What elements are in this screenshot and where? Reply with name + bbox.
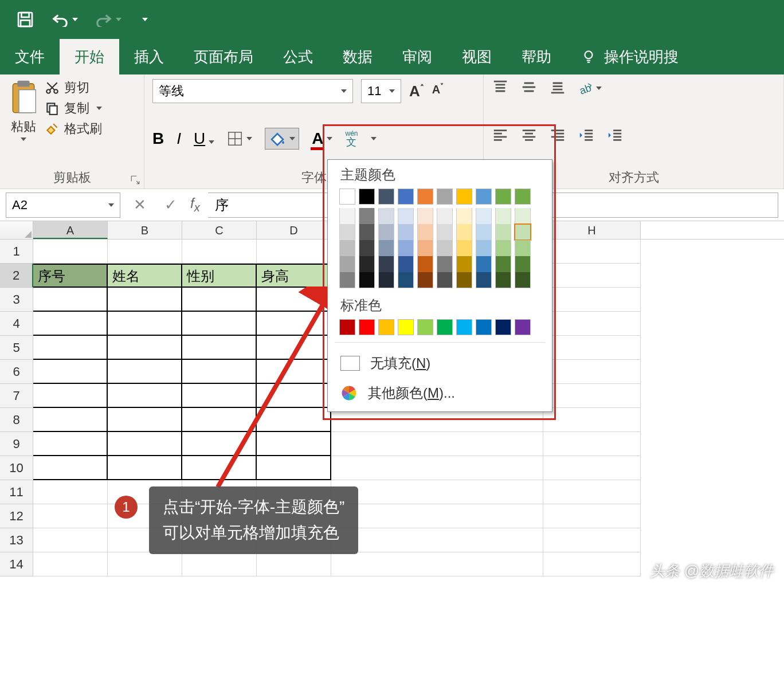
row-header[interactable]: 1 xyxy=(0,240,33,264)
cell[interactable] xyxy=(543,312,641,336)
align-center-button[interactable] xyxy=(520,127,538,146)
tab-page-layout[interactable]: 页面布局 xyxy=(179,39,268,74)
color-swatch[interactable] xyxy=(359,189,375,205)
cell[interactable] xyxy=(182,384,257,408)
cell[interactable] xyxy=(543,432,641,456)
color-swatch[interactable] xyxy=(398,256,414,272)
font-color-dropdown-icon[interactable] xyxy=(327,137,332,140)
copy-button[interactable]: 复制 xyxy=(45,100,102,117)
cell[interactable] xyxy=(182,432,257,456)
cell[interactable] xyxy=(543,456,641,480)
tab-data[interactable]: 数据 xyxy=(328,39,387,74)
color-swatch[interactable] xyxy=(359,208,375,224)
tab-home[interactable]: 开始 xyxy=(60,39,119,74)
cell[interactable] xyxy=(33,552,108,576)
cell[interactable] xyxy=(108,456,182,480)
color-swatch[interactable] xyxy=(359,272,375,288)
color-swatch[interactable] xyxy=(437,189,453,205)
row-header[interactable]: 14 xyxy=(0,552,33,576)
color-swatch[interactable] xyxy=(456,189,472,205)
cell[interactable] xyxy=(257,432,331,456)
color-swatch[interactable] xyxy=(339,319,355,335)
color-swatch[interactable] xyxy=(339,272,355,288)
color-swatch[interactable] xyxy=(378,240,394,256)
decrease-indent-button[interactable] xyxy=(578,127,595,146)
cell[interactable] xyxy=(182,336,257,360)
color-swatch[interactable] xyxy=(378,189,394,205)
cell[interactable] xyxy=(331,480,543,504)
cell[interactable] xyxy=(257,312,331,336)
color-swatch[interactable] xyxy=(495,240,511,256)
orientation-dropdown-icon[interactable] xyxy=(596,87,602,90)
decrease-font-button[interactable]: A˅ xyxy=(432,83,444,100)
color-swatch[interactable] xyxy=(437,240,453,256)
color-swatch[interactable] xyxy=(417,189,433,205)
color-swatch[interactable] xyxy=(476,240,492,256)
cell[interactable] xyxy=(108,408,182,432)
cell[interactable] xyxy=(33,480,108,504)
cell[interactable] xyxy=(257,552,331,576)
cell[interactable] xyxy=(543,240,641,264)
cell[interactable] xyxy=(108,240,182,264)
row-header[interactable]: 5 xyxy=(0,336,33,360)
fill-color-dropdown-icon[interactable] xyxy=(289,137,295,140)
color-swatch[interactable] xyxy=(456,208,472,224)
cell[interactable] xyxy=(331,528,543,552)
cell[interactable] xyxy=(182,240,257,264)
color-swatch[interactable] xyxy=(437,224,453,240)
clipboard-launcher-icon[interactable] xyxy=(130,175,140,185)
color-swatch[interactable] xyxy=(417,224,433,240)
row-header[interactable]: 11 xyxy=(0,480,33,504)
cell[interactable] xyxy=(182,552,257,576)
bold-button[interactable]: B xyxy=(152,129,164,148)
row-header[interactable]: 6 xyxy=(0,360,33,384)
row-header[interactable]: 4 xyxy=(0,312,33,336)
cancel-formula-button[interactable]: ✕ xyxy=(128,196,151,214)
fx-icon[interactable]: fx xyxy=(190,195,200,214)
col-header-H[interactable]: H xyxy=(543,221,641,239)
cell[interactable] xyxy=(33,360,108,384)
color-swatch[interactable] xyxy=(515,272,531,288)
col-header-A[interactable]: A xyxy=(33,221,108,239)
color-swatch[interactable] xyxy=(437,256,453,272)
color-swatch[interactable] xyxy=(378,272,394,288)
tell-me[interactable]: 操作说明搜 xyxy=(566,39,693,74)
color-swatch[interactable] xyxy=(515,208,531,224)
color-swatch[interactable] xyxy=(515,256,531,272)
color-swatch[interactable] xyxy=(378,319,394,335)
fill-color-button[interactable] xyxy=(265,128,299,150)
cell[interactable] xyxy=(543,384,641,408)
color-swatch[interactable] xyxy=(417,240,433,256)
cell[interactable] xyxy=(33,240,108,264)
cell[interactable] xyxy=(108,336,182,360)
cell[interactable] xyxy=(257,408,331,432)
row-header[interactable]: 13 xyxy=(0,528,33,552)
cell[interactable] xyxy=(543,288,641,312)
row-header[interactable]: 7 xyxy=(0,384,33,408)
align-left-button[interactable] xyxy=(492,127,509,146)
color-swatch[interactable] xyxy=(437,319,453,335)
undo-button[interactable] xyxy=(52,12,78,27)
cell[interactable]: 身高 xyxy=(257,264,331,288)
color-swatch[interactable] xyxy=(476,256,492,272)
tab-help[interactable]: 帮助 xyxy=(507,39,566,74)
copy-dropdown-icon[interactable] xyxy=(96,107,102,110)
cut-button[interactable]: 剪切 xyxy=(45,79,102,96)
cell[interactable] xyxy=(543,408,641,432)
cell[interactable] xyxy=(33,312,108,336)
no-fill-item[interactable]: 无填充(N) xyxy=(328,348,552,378)
borders-button[interactable] xyxy=(227,131,252,147)
italic-button[interactable]: I xyxy=(177,129,181,148)
row-header[interactable]: 12 xyxy=(0,504,33,528)
color-swatch[interactable] xyxy=(456,319,472,335)
align-middle-button[interactable] xyxy=(520,79,538,97)
font-name-combo[interactable]: 等线 xyxy=(152,79,353,103)
color-swatch[interactable] xyxy=(476,208,492,224)
color-swatch[interactable] xyxy=(456,272,472,288)
color-swatch[interactable] xyxy=(417,319,433,335)
undo-dropdown-icon[interactable] xyxy=(72,18,78,21)
cell[interactable] xyxy=(257,456,331,480)
cell[interactable] xyxy=(108,312,182,336)
cell[interactable] xyxy=(543,336,641,360)
color-swatch[interactable] xyxy=(378,224,394,240)
